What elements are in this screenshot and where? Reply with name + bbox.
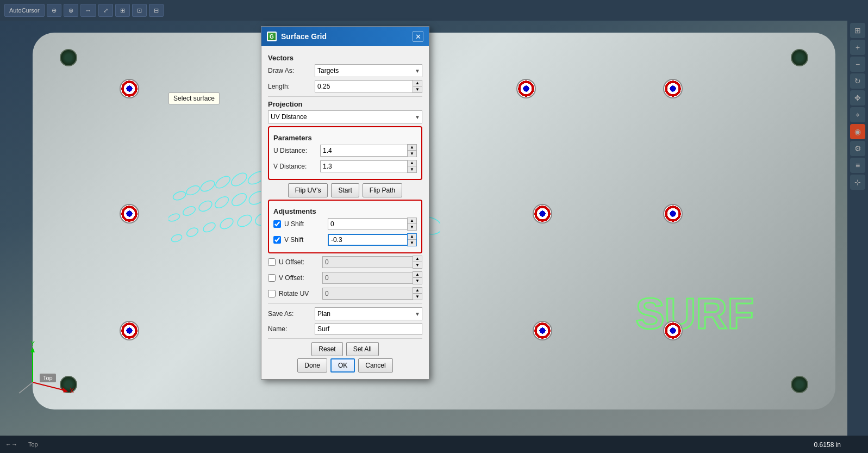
draw-as-label: Draw As: — [268, 67, 311, 75]
v-offset-label: V Offset: — [279, 274, 319, 282]
surface-grid-dialog: G Surface Grid ✕ Vectors Draw As: Target… — [261, 26, 429, 380]
rotate-uv-down-button[interactable]: ▼ — [413, 294, 422, 300]
u-offset-row: U Offset: ▲ ▼ — [268, 256, 422, 269]
u-offset-spinner: ▲ ▼ — [322, 256, 422, 269]
start-button[interactable]: Start — [331, 183, 359, 197]
projection-section-label: Projection — [268, 100, 422, 108]
sidebar-zoom-in-icon[interactable]: + — [850, 40, 865, 55]
flip-button-row: Flip UV's Start Flip Path — [268, 183, 422, 197]
u-distance-input[interactable] — [320, 145, 407, 157]
svg-point-16 — [213, 194, 230, 210]
rotate-uv-input[interactable] — [322, 288, 413, 300]
svg-line-38 — [33, 382, 65, 390]
v-offset-up-button[interactable]: ▲ — [413, 272, 422, 278]
dialog-titlebar: G Surface Grid ✕ — [261, 27, 429, 46]
close-button[interactable]: ✕ — [413, 31, 423, 42]
done-button[interactable]: Done — [297, 358, 327, 373]
svg-point-23 — [171, 233, 183, 243]
toolbar-btn-7[interactable]: ⊟ — [149, 4, 164, 17]
target-2 — [516, 79, 536, 98]
autocursor-button[interactable]: AutoCursor — [4, 4, 45, 17]
svg-point-13 — [168, 213, 180, 223]
rotate-uv-label: Rotate UV — [279, 290, 319, 297]
u-shift-row: U Shift ▲ ▼ — [273, 218, 417, 231]
action-button-row: Done OK Cancel — [268, 358, 422, 373]
axis-indicator: Y X — [11, 339, 76, 404]
v-shift-input[interactable] — [328, 234, 407, 246]
sidebar-active-icon[interactable]: ◉ — [850, 124, 865, 139]
target-5 — [533, 204, 552, 224]
sidebar-fit-icon[interactable]: ⊞ — [850, 23, 865, 38]
u-distance-down-button[interactable]: ▼ — [408, 151, 416, 157]
flip-uvs-button[interactable]: Flip UV's — [288, 183, 328, 197]
svg-point-14 — [182, 205, 197, 218]
length-up-button[interactable]: ▲ — [413, 80, 422, 86]
svg-point-24 — [185, 226, 199, 238]
right-sidebar: ⊞ + − ↻ ✥ ⌖ ◉ ⚙ ≡ ⊹ — [847, 21, 868, 453]
toolbar-btn-5[interactable]: ⊞ — [115, 4, 130, 17]
sidebar-measure-icon[interactable]: ⌖ — [850, 107, 865, 122]
set-all-button[interactable]: Set All — [346, 342, 379, 356]
flip-path-button[interactable]: Flip Path — [363, 183, 402, 197]
save-as-select[interactable]: Plan Project Global — [315, 307, 422, 320]
u-offset-up-button[interactable]: ▲ — [413, 256, 422, 262]
v-offset-checkbox[interactable] — [268, 274, 276, 282]
reset-button[interactable]: Reset — [311, 342, 342, 356]
name-input[interactable] — [315, 323, 422, 335]
svg-point-27 — [235, 213, 253, 229]
rotate-uv-up-button[interactable]: ▲ — [413, 288, 422, 294]
sidebar-layers-icon[interactable]: ≡ — [850, 158, 865, 173]
sidebar-zoom-out-icon[interactable]: − — [850, 57, 865, 72]
v-shift-spinner: ▲ ▼ — [328, 233, 417, 246]
vectors-section-label: Vectors — [268, 54, 422, 62]
svg-point-3 — [214, 174, 232, 190]
length-row: Length: ▲ ▼ — [268, 80, 422, 93]
v-distance-input[interactable] — [320, 160, 407, 172]
u-distance-label: U Distance: — [273, 147, 317, 154]
sidebar-snap-icon[interactable]: ⊹ — [850, 175, 865, 190]
dialog-body: Vectors Draw As: Targets Normals Both ▼ … — [261, 46, 429, 379]
view-cube-top: Top — [40, 374, 56, 382]
v-offset-input[interactable] — [322, 272, 413, 284]
u-shift-checkbox[interactable] — [273, 220, 281, 228]
v-shift-checkbox[interactable] — [273, 236, 281, 244]
sidebar-rotate-icon[interactable]: ↻ — [850, 73, 865, 89]
u-shift-spinner: ▲ ▼ — [328, 218, 417, 231]
toolbar-btn-4[interactable]: ⤢ — [98, 4, 113, 17]
v-shift-row: V Shift ▲ ▼ — [273, 233, 417, 246]
v-shift-down-button[interactable]: ▼ — [408, 240, 416, 246]
u-offset-input[interactable] — [322, 256, 413, 268]
projection-row: UV Distance XY Distance Along Surface ▼ — [268, 110, 422, 123]
svg-point-15 — [197, 199, 214, 214]
draw-as-select[interactable]: Targets Normals Both — [315, 64, 422, 77]
u-distance-spinner: ▲ ▼ — [320, 144, 417, 157]
u-shift-input[interactable] — [328, 218, 407, 230]
ok-button[interactable]: OK — [330, 358, 355, 373]
v-shift-up-button[interactable]: ▲ — [408, 234, 416, 240]
u-offset-checkbox[interactable] — [268, 258, 276, 266]
rotate-uv-checkbox[interactable] — [268, 290, 276, 297]
sidebar-pan-icon[interactable]: ✥ — [850, 90, 865, 106]
toolbar-btn-6[interactable]: ⊡ — [132, 4, 147, 17]
length-down-button[interactable]: ▼ — [413, 86, 422, 92]
name-label: Name: — [268, 325, 311, 333]
v-distance-up-button[interactable]: ▲ — [408, 160, 416, 166]
sidebar-settings-icon[interactable]: ⚙ — [850, 141, 865, 156]
svg-point-1 — [185, 184, 201, 197]
u-shift-down-button[interactable]: ▼ — [408, 224, 416, 230]
v-distance-down-button[interactable]: ▼ — [408, 166, 416, 172]
bottom-bar: ←→ Top — [0, 436, 868, 453]
u-distance-up-button[interactable]: ▲ — [408, 145, 416, 151]
target-3 — [663, 79, 683, 98]
draw-as-wrapper: Targets Normals Both ▼ — [315, 64, 422, 77]
u-shift-up-button[interactable]: ▲ — [408, 218, 416, 224]
toolbar-btn-1[interactable]: ⊕ — [47, 4, 61, 17]
toolbar-btn-2[interactable]: ⊗ — [64, 4, 78, 17]
toolbar-btn-3[interactable]: ↔ — [80, 4, 96, 17]
cancel-button[interactable]: Cancel — [358, 358, 392, 373]
u-offset-down-button[interactable]: ▼ — [413, 262, 422, 268]
target-8 — [533, 321, 552, 340]
projection-select[interactable]: UV Distance XY Distance Along Surface — [268, 110, 422, 123]
v-offset-down-button[interactable]: ▼ — [413, 278, 422, 284]
length-input[interactable] — [315, 80, 413, 92]
